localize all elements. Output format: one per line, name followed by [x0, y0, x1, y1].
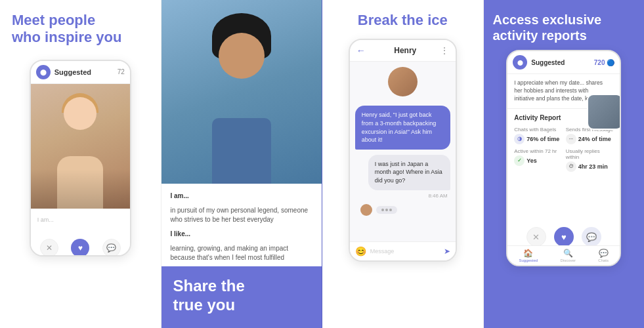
back-arrow-icon[interactable]: ←	[356, 45, 366, 56]
send-button[interactable]: ➤	[444, 247, 450, 256]
nav-chats[interactable]: 💬 Chats	[598, 249, 609, 262]
report-value-sends: ··· 24% of time	[566, 134, 614, 144]
heading-line1: Meet people	[12, 12, 95, 28]
chat-body: Henry said, "I just got back from a 3-mo…	[350, 102, 456, 222]
pie-icon: ◑	[514, 134, 525, 144]
badge-count-1: 72	[118, 68, 125, 75]
activity-like-btn[interactable]: ♥	[554, 227, 574, 247]
activity-quote-area: I appreciate when my date... shares her …	[507, 74, 620, 109]
dot3	[389, 209, 392, 211]
dot2	[385, 209, 388, 211]
suggested-label-1: Suggested	[54, 68, 91, 76]
nav-discover-label: Discover	[561, 258, 576, 262]
profile-i-am-label: I am...	[171, 192, 313, 201]
like-button[interactable]: ♥	[71, 239, 89, 256]
message-button[interactable]: 💬	[102, 239, 121, 256]
report-item-chats: Chats with Bagels ◑ 76% of time	[514, 127, 562, 144]
bottom-nav: 🏠 Suggested 🔍 Discover 💬 Chats	[507, 245, 620, 265]
panel3-heading: Break the ice	[322, 0, 483, 35]
panel2-heading: Share the true you	[173, 277, 311, 315]
panel-share-you: I am... in pursuit of my own personal le…	[161, 0, 323, 328]
chat-input-bar: 😊 Message ➤	[350, 241, 456, 260]
activity-suggested-label: Suggested	[531, 59, 594, 66]
activity-phone-mock: ⬤ Suggested 720 🔵 I appreciate when my d…	[506, 50, 621, 266]
profile-photo-1	[31, 84, 130, 209]
report-label-chats: Chats with Bagels	[514, 127, 562, 133]
person-illustration-2	[161, 0, 322, 184]
discover-nav-icon: 🔍	[563, 249, 573, 258]
heading-line1-p4: Access exclusive	[493, 12, 602, 27]
dot1	[381, 209, 384, 211]
panel-break-ice: Break the ice ← Henry ⋮ Henry said, "I j…	[322, 0, 484, 328]
panel2-heading-area: Share the true you	[161, 266, 322, 328]
chat-avatar	[388, 67, 418, 96]
app-avatar-1: ⬤	[36, 65, 51, 79]
smiley-icon[interactable]: 😊	[355, 246, 366, 256]
nav-suggested-label: Suggested	[519, 258, 538, 262]
i-am-text: I am...	[35, 211, 126, 228]
activity-top-bar: ⬤ Suggested 720 🔵	[507, 51, 620, 74]
body-decoration	[57, 156, 103, 209]
message-input[interactable]: Message	[370, 248, 444, 255]
report-value-active: ✓ Yes	[514, 155, 562, 166]
nav-suggested[interactable]: 🏠 Suggested	[519, 249, 538, 262]
chat-phone-mock: ← Henry ⋮ Henry said, "I just got back f…	[349, 39, 457, 262]
nav-discover[interactable]: 🔍 Discover	[561, 249, 576, 262]
suggested-nav-icon: 🏠	[523, 249, 533, 258]
panel-activity-reports: Access exclusive activity reports ⬤ Sugg…	[484, 0, 645, 328]
report-grid: Chats with Bagels ◑ 76% of time Sends fi…	[514, 127, 613, 172]
activity-dislike-btn[interactable]: ✕	[526, 227, 546, 247]
heading-line2-p4: activity reports	[493, 28, 587, 43]
more-options-icon[interactable]: ⋮	[440, 45, 449, 56]
dislike-button[interactable]: ✕	[40, 239, 58, 256]
chat-header: ← Henry ⋮	[350, 40, 456, 62]
panel-meet-people: Meet people who inspire you ⬤ Suggested …	[0, 0, 161, 328]
chat-bubble-henry: Henry said, "I just got back from a 3-mo…	[355, 106, 450, 149]
phone-mock-1: ⬤ Suggested 72 I am... ✕ ♥ 💬	[30, 60, 131, 256]
profile-i-like-text: learning, growing, and making an impact …	[171, 244, 313, 262]
profile-photo-2	[161, 0, 322, 184]
heading-line1-p2: Share the	[173, 277, 245, 295]
panel1-heading: Meet people who inspire you	[0, 0, 161, 53]
heading-line2-p2: true you	[173, 296, 236, 314]
activity-count: 720 🔵	[594, 59, 614, 66]
report-value-chats: ◑ 76% of time	[514, 134, 562, 144]
profile-overlay-photo	[587, 94, 621, 130]
typing-avatar	[360, 204, 372, 216]
phone-top-bar-1: ⬤ Suggested 72	[31, 61, 130, 84]
typing-indicator	[360, 204, 445, 216]
action-buttons-1: ✕ ♥ 💬	[31, 234, 130, 256]
chats-nav-icon: 💬	[599, 249, 609, 258]
activity-avatar: ⬤	[513, 55, 527, 70]
report-label-active: Active within 72 hr	[514, 148, 562, 154]
profile-i-like-label: I like...	[171, 230, 313, 239]
head-decoration	[64, 97, 97, 130]
chat-person-name: Henry	[371, 46, 440, 55]
clock-icon: ⏱	[566, 161, 576, 172]
dots-icon: ···	[566, 134, 576, 144]
heading-line2: who inspire you	[12, 29, 121, 45]
nav-chats-label: Chats	[598, 258, 609, 262]
report-item-active: Active within 72 hr ✓ Yes	[514, 148, 562, 172]
check-icon: ✓	[514, 155, 525, 166]
report-item-replies: Usually replies within ⏱ 4hr 23 min	[566, 148, 614, 172]
activity-message-btn[interactable]: 💬	[582, 227, 601, 247]
jacket-2	[212, 118, 271, 184]
typing-dots	[376, 206, 397, 214]
chat-time: 8:46 AM	[355, 193, 448, 199]
panel4-heading: Access exclusive activity reports	[484, 0, 645, 50]
chat-bubble-user: I was just in Japan a month ago! Where i…	[368, 155, 450, 190]
activity-action-buttons: ✕ ♥ 💬	[507, 227, 620, 247]
report-label-replies: Usually replies within	[566, 148, 614, 160]
report-value-replies: ⏱ 4hr 23 min	[566, 161, 614, 172]
profile-i-am-text: in pursuit of my own personal legend, so…	[171, 206, 313, 224]
head-2	[219, 33, 265, 79]
